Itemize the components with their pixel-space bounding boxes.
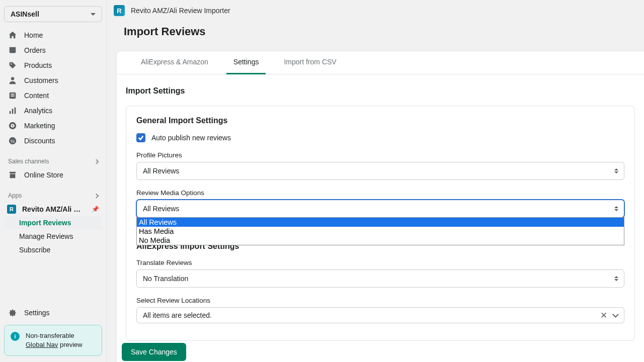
section-sales-channels[interactable]: Sales channels bbox=[4, 155, 102, 168]
section-apps[interactable]: Apps bbox=[4, 189, 102, 202]
caret-down-icon bbox=[91, 13, 96, 16]
save-button[interactable]: Save Changes bbox=[122, 343, 186, 361]
customers-icon bbox=[8, 76, 17, 85]
discounts-icon: % bbox=[8, 136, 17, 145]
svg-point-2 bbox=[11, 63, 12, 64]
nav-discounts[interactable]: % Discounts bbox=[4, 134, 102, 148]
nav-label: Discounts bbox=[24, 137, 55, 145]
svg-rect-0 bbox=[10, 48, 16, 53]
svg-rect-8 bbox=[12, 109, 14, 114]
tab-settings[interactable]: Settings bbox=[226, 51, 266, 74]
nav-products[interactable]: Products bbox=[4, 58, 102, 72]
nav-label: Settings bbox=[24, 309, 50, 317]
home-icon bbox=[8, 31, 17, 40]
nav-label: Content bbox=[24, 92, 49, 100]
pin-icon[interactable]: 📌 bbox=[92, 206, 99, 213]
review-media-label: Review Media Options bbox=[136, 189, 624, 197]
app-logo-icon: R bbox=[114, 5, 125, 16]
nav-content[interactable]: Content bbox=[4, 88, 102, 103]
app-title: Revito AMZ/Ali Review Importer bbox=[131, 7, 230, 15]
svg-point-12 bbox=[12, 125, 14, 127]
clear-icon[interactable]: ✕ bbox=[600, 310, 607, 321]
section-label: Sales channels bbox=[8, 158, 49, 165]
translate-label: Translate Reviews bbox=[136, 259, 624, 266]
marketing-icon bbox=[8, 121, 17, 130]
chevron-down-icon bbox=[612, 311, 619, 318]
nav-label: Marketing bbox=[24, 122, 55, 130]
chevron-right-icon bbox=[94, 159, 99, 164]
tab-aliexpress-amazon[interactable]: AliExpress & Amazon bbox=[134, 51, 215, 74]
locations-label: Select Review Locations bbox=[136, 297, 624, 304]
nav-label: Products bbox=[24, 61, 52, 69]
gear-icon bbox=[8, 308, 17, 317]
nav-label: Home bbox=[24, 31, 43, 39]
store-name: ASINsell bbox=[11, 10, 39, 18]
review-media-dropdown: All Reviews Has Media No Media bbox=[136, 217, 624, 245]
translate-select[interactable]: No Translation bbox=[136, 269, 624, 288]
nav-settings[interactable]: Settings bbox=[4, 306, 102, 320]
nav-label: Online Store bbox=[24, 171, 63, 179]
auto-publish-label: Auto publish new reviews bbox=[151, 134, 231, 142]
auto-publish-checkbox[interactable] bbox=[136, 133, 145, 142]
nav-label: Analytics bbox=[24, 107, 52, 115]
section-label: Apps bbox=[8, 192, 22, 199]
svg-rect-1 bbox=[10, 47, 16, 49]
main: R Revito AMZ/Ali Review Importer Import … bbox=[107, 0, 644, 362]
sidebar: ASINsell Home Orders Products Customers … bbox=[0, 0, 107, 362]
general-settings-card: General Import Settings Auto publish new… bbox=[126, 106, 635, 341]
app-name: Revito AMZ/Ali Revi... bbox=[22, 205, 86, 213]
app-header: R Revito AMZ/Ali Review Importer bbox=[107, 0, 644, 18]
subnav-manage-reviews[interactable]: Manage Reviews bbox=[4, 230, 102, 243]
page-title: Import Reviews bbox=[107, 18, 644, 47]
app-revito[interactable]: R Revito AMZ/Ali Revi... 📌 bbox=[4, 202, 102, 216]
analytics-icon bbox=[8, 106, 17, 115]
settings-card: Import Settings General Import Settings … bbox=[117, 74, 644, 362]
dropdown-option-all[interactable]: All Reviews bbox=[137, 218, 624, 227]
locations-multiselect[interactable]: All items are selected. ✕ bbox=[136, 307, 624, 323]
nav-customers[interactable]: Customers bbox=[4, 73, 102, 87]
dropdown-option-has-media[interactable]: Has Media bbox=[137, 227, 624, 236]
nav-label: Orders bbox=[24, 46, 46, 54]
nav-analytics[interactable]: Analytics bbox=[4, 104, 102, 118]
subnav-subscribe[interactable]: Subscribe bbox=[4, 243, 102, 256]
app-logo-icon: R bbox=[7, 205, 16, 214]
svg-text:%: % bbox=[11, 139, 15, 144]
svg-rect-6 bbox=[11, 96, 14, 97]
tabs: AliExpress & Amazon Settings Import from… bbox=[117, 51, 644, 74]
store-selector[interactable]: ASINsell bbox=[4, 6, 102, 22]
tab-import-csv[interactable]: Import from CSV bbox=[277, 51, 343, 74]
nav-label: Customers bbox=[24, 76, 58, 84]
svg-rect-7 bbox=[10, 111, 11, 114]
info-icon: i bbox=[11, 332, 20, 341]
info-banner: i Non-transferable Global Nav preview bbox=[4, 325, 102, 356]
nav-online-store[interactable]: Online Store bbox=[4, 168, 102, 182]
content-icon bbox=[8, 91, 17, 100]
dropdown-option-no-media[interactable]: No Media bbox=[137, 236, 624, 245]
review-media-select[interactable]: All Reviews bbox=[136, 200, 624, 218]
orders-icon bbox=[8, 46, 17, 55]
products-icon bbox=[8, 61, 17, 70]
store-icon bbox=[8, 170, 17, 179]
global-nav-link[interactable]: Global Nav bbox=[26, 341, 58, 348]
profile-pictures-label: Profile Pictures bbox=[136, 151, 624, 159]
svg-rect-5 bbox=[11, 94, 14, 95]
card-title: Import Settings bbox=[126, 86, 635, 96]
svg-rect-9 bbox=[15, 108, 16, 114]
nav-orders[interactable]: Orders bbox=[4, 43, 102, 57]
profile-pictures-select[interactable]: All Reviews bbox=[136, 162, 624, 180]
nav-home[interactable]: Home bbox=[4, 28, 102, 42]
info-text: Non-transferable Global Nav preview bbox=[26, 331, 83, 349]
chevron-right-icon bbox=[94, 193, 99, 198]
nav-marketing[interactable]: Marketing bbox=[4, 119, 102, 133]
subnav-import-reviews[interactable]: Import Reviews bbox=[4, 216, 102, 229]
svg-point-3 bbox=[11, 77, 14, 80]
section-heading: General Import Settings bbox=[136, 116, 624, 125]
